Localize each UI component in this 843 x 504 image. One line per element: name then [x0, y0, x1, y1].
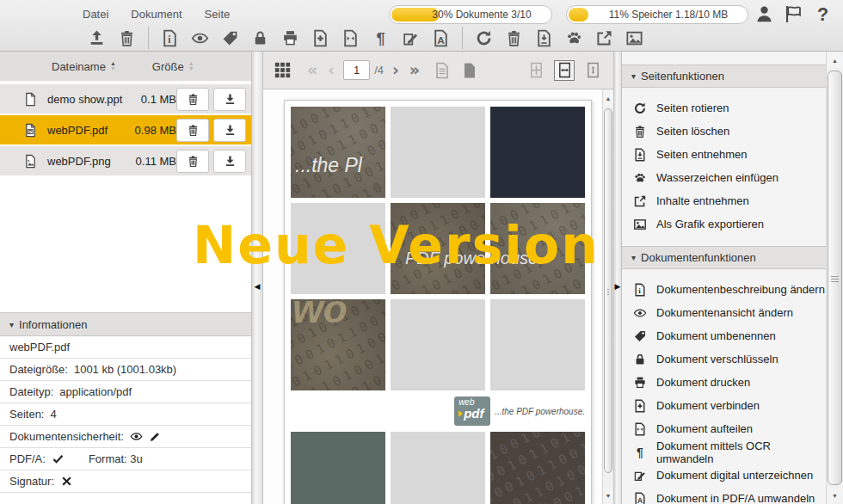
split-document-item[interactable]: Dokument aufteilen [622, 417, 826, 440]
delete-file-button[interactable] [176, 119, 209, 142]
document-view-button[interactable] [188, 27, 212, 49]
pdfa-icon: A [633, 492, 647, 504]
right-splitter[interactable]: ▶ [613, 52, 622, 504]
menu-dokument[interactable]: Dokument [131, 8, 182, 21]
download-file-button[interactable] [213, 119, 246, 142]
menu-datei[interactable]: Datei [83, 8, 108, 21]
scroll-up-button[interactable]: ▲ [828, 53, 842, 67]
upload-icon [88, 29, 106, 47]
ocr-document-item[interactable]: ¶Dokument mittels OCR umwandeln [622, 440, 826, 464]
merge-button[interactable] [308, 27, 333, 49]
user-icon[interactable] [754, 4, 774, 24]
single-page-view-icon[interactable] [434, 62, 451, 79]
extract-content-button[interactable] [592, 27, 617, 49]
fit-height-button[interactable] [582, 60, 603, 81]
rename-document-item[interactable]: Dokument umbenennen [622, 324, 826, 347]
extract-content-item[interactable]: Inhalte entnehmen [622, 189, 826, 212]
print-button[interactable] [278, 27, 303, 49]
change-view-item[interactable]: Dokumentenansicht ändern [622, 301, 826, 324]
encrypt-button[interactable] [248, 27, 273, 49]
delete-file-button[interactable] [176, 150, 209, 173]
storage-quota-label: 11% Speicher 1.18/10 MB [587, 9, 729, 21]
merge-document-item[interactable]: Dokument verbinden [622, 394, 826, 417]
help-icon[interactable]: ? [813, 4, 833, 24]
viewer-scrollbar[interactable]: ▲ ▼ [602, 89, 613, 504]
file-row-demo-show-ppt[interactable]: demo show.ppt 0.1 MB [0, 84, 251, 114]
upload-button[interactable] [84, 27, 109, 49]
delete-pages-button[interactable] [501, 27, 526, 49]
extract-pages-item[interactable]: Seiten entnehmen [622, 143, 826, 166]
change-description-item[interactable]: iDokumentenbeschreibung ändern [622, 278, 826, 301]
scroll-down-button[interactable]: ▼ [604, 489, 612, 502]
last-page-button[interactable]: » [409, 62, 420, 78]
signature-icon [402, 29, 420, 47]
sort-by-name[interactable]: Dateiname ▲▼ [52, 60, 116, 73]
fit-width-icon [557, 62, 573, 78]
pdfa-button[interactable]: A [428, 27, 453, 49]
image-icon [633, 218, 647, 231]
insert-watermark-item[interactable]: Wasserzeichen einfügen [622, 166, 826, 189]
left-splitter[interactable]: ◀ [251, 52, 263, 504]
thumbnail-view-icon[interactable] [274, 61, 292, 79]
first-page-button[interactable]: « [307, 62, 317, 78]
export-graphic-button[interactable] [622, 27, 647, 49]
collapse-right-panel-icon[interactable]: ▶ [614, 282, 621, 291]
delete-file-button[interactable] [114, 27, 139, 49]
image-icon [625, 29, 643, 47]
split-button[interactable] [338, 27, 363, 49]
page-functions-title: Seitenfunktionen [641, 70, 724, 83]
info-panel-header[interactable]: ▾ Informationen [0, 312, 251, 336]
rotate-pages-item[interactable]: Seiten rotieren [622, 96, 826, 120]
download-file-button[interactable] [213, 88, 246, 111]
file-size: 0.98 MB [126, 124, 176, 137]
paw-icon [565, 29, 583, 47]
convert-pdfa-item[interactable]: ADokument in PDF/A umwandeln [622, 487, 826, 504]
rotate-pages-button[interactable] [471, 27, 496, 49]
fit-page-button[interactable] [526, 60, 546, 81]
sort-by-size[interactable]: Größe ▲▼ [152, 60, 194, 73]
preview-webpdf-logo: web pdf [454, 396, 490, 426]
page-functions-header[interactable]: ▾ Seitenfunktionen [622, 65, 826, 88]
document-functions-header[interactable]: ▾ Dokumentenfunktionen [622, 246, 826, 269]
edit-security-icon[interactable] [149, 430, 162, 443]
view-security-icon[interactable] [130, 430, 143, 443]
download-file-button[interactable] [213, 150, 246, 173]
sign-document-item[interactable]: Dokument digital unterzeichnen [622, 464, 826, 487]
documents-quota: 30% Dokumente 3/10 [389, 5, 552, 24]
fit-height-icon [585, 62, 601, 78]
file-row-webpdf-pdf[interactable]: P webPDF.pdf 0.98 MB [0, 115, 251, 144]
ocr-button[interactable]: ¶ [368, 27, 393, 49]
scroll-up-button[interactable]: ▲ [604, 91, 612, 105]
delete-pages-item[interactable]: Seiten löschen [622, 120, 826, 143]
continuous-view-icon[interactable] [461, 62, 478, 79]
functions-scrollbar-thumb[interactable] [828, 71, 842, 485]
viewer-scrollbar-thumb[interactable] [604, 108, 612, 473]
prev-page-button[interactable]: ‹ [328, 62, 335, 78]
next-page-button[interactable]: › [392, 62, 399, 78]
sort-icons-size: ▲▼ [188, 61, 194, 71]
page-number-input[interactable] [343, 60, 370, 80]
print-document-item[interactable]: Dokument drucken [622, 371, 826, 394]
document-info-button[interactable]: i [157, 27, 182, 49]
preview-tile: 0110100101101001011001011010010110100101… [490, 432, 585, 504]
functions-scrollbar[interactable]: ▲ ▼ [826, 52, 843, 504]
menu-seite[interactable]: Seite [205, 8, 231, 21]
export-graphic-item[interactable]: Als Grafik exportieren [622, 212, 826, 236]
watermark-button[interactable] [562, 27, 587, 49]
document-info-icon: i [633, 283, 647, 297]
app-header: Datei Dokument Seite 30% Dokumente 3/10 … [0, 0, 843, 52]
extract-pages-button[interactable] [532, 27, 557, 49]
collapse-left-panel-icon[interactable]: ◀ [252, 282, 262, 291]
encrypt-document-item[interactable]: Dokument verschlüsseln [622, 347, 826, 371]
delete-file-button[interactable] [176, 88, 209, 111]
fit-width-button[interactable] [554, 60, 575, 81]
file-row-webpdf-png[interactable]: webPDF.png 0.11 MB [0, 146, 251, 175]
rename-button[interactable] [218, 27, 243, 49]
preview-tile [291, 203, 385, 294]
sign-button[interactable] [398, 27, 423, 49]
preview-text: wo [292, 299, 348, 332]
preview-tile [490, 299, 585, 390]
download-icon [224, 155, 237, 168]
language-flag-icon[interactable] [784, 4, 803, 24]
scroll-down-button[interactable]: ▼ [828, 489, 842, 502]
